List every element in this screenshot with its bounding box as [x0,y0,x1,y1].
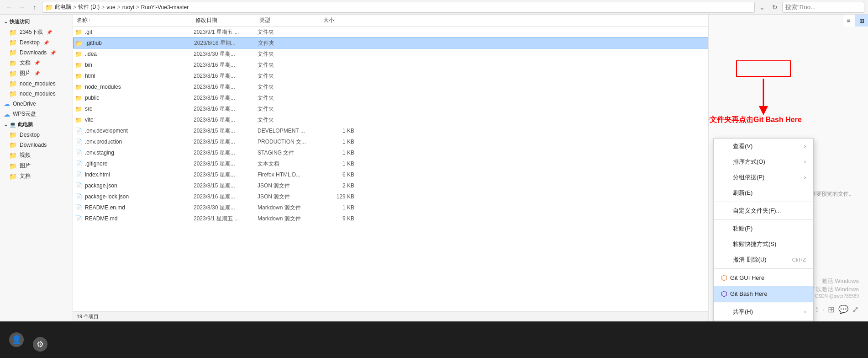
table-row[interactable]: 📄 .env.development 2023/8/15 星期... DEVEL… [73,125,708,136]
table-row[interactable]: 📄 README.en.md 2023/8/30 星期... Markdown … [73,202,708,213]
table-row[interactable]: 📁 vite 2023/8/16 星期... 文件夹 [73,114,708,125]
sidebar-item-node2[interactable]: 📁 node_modules [0,89,73,99]
list-view-button[interactable]: ≡ [842,15,855,27]
sidebar-item-2345[interactable]: 📁 2345下载 📌 [0,27,73,37]
context-menu-item[interactable]: 查看(V) › [714,139,813,154]
user-icon-button[interactable]: 👤 [9,332,24,347]
wps-icon: ☁ [4,111,10,118]
forward-button[interactable]: → [16,2,27,13]
file-date: 2023/8/16 星期... [194,83,258,91]
table-row[interactable]: 📁 .git 2023/9/1 星期五 ... 文件夹 [73,27,708,37]
breadcrumb-pc[interactable]: 此电脑 [55,3,71,11]
breadcrumb[interactable]: 📁 此电脑 > 软件 (D:) > vue > ruoyi > RuoYi-Vu… [42,2,755,13]
context-menu-item[interactable]: ⬡ Git GUI Here [714,270,813,286]
folder-icon: 📁 [9,173,17,180]
file-size: 1 KB [321,204,358,211]
folder-icon: 📁 [9,90,17,97]
folder-icon: 📁 [75,73,82,80]
context-menu-separator [714,268,813,269]
file-size: 9 KB [321,215,358,222]
table-row[interactable]: 📁 node_modules 2023/8/16 星期... 文件夹 [73,81,708,92]
table-row[interactable]: 📁 .github 2023/8/16 星期... 文件夹 [73,37,708,48]
file-date: 2023/8/15 星期... [194,171,258,179]
grid-icon: ⊞ [828,305,835,315]
col-header-date[interactable]: 修改日期 [194,16,258,24]
file-name: 📄 .env.staging [75,150,194,156]
sidebar-item-pc-documents[interactable]: 📁 文档 [0,171,73,182]
pin-icon: 📌 [43,40,49,45]
up-button[interactable]: ↑ [29,2,40,13]
context-menu-item[interactable]: ⬡ Git Bash Here [714,286,813,302]
table-row[interactable]: 📁 html 2023/8/16 星期... 文件夹 [73,70,708,81]
table-row[interactable]: 📄 package-lock.json 2023/8/16 星期... JSON… [73,191,708,202]
file-date: 2023/9/1 星期五 ... [194,28,258,36]
context-menu-item[interactable]: 粘贴(P) [714,221,813,236]
breadcrumb-drive[interactable]: 软件 (D:) [78,3,100,11]
file-name: 📄 package.json [75,182,194,189]
breadcrumb-folder-icon: 📁 [45,4,53,11]
file-name: 📄 .gitignore [75,160,194,167]
context-menu-item[interactable]: 粘贴快捷方式(S) [714,236,813,252]
sidebar-item-desktop[interactable]: 📁 Desktop 📌 [0,37,73,48]
context-menu-item[interactable]: 刷新(E) [714,185,813,201]
sidebar-item-documents[interactable]: 📁 文档 📌 [0,58,73,68]
col-header-size[interactable]: 大小 [321,16,358,24]
pin-icon: 📌 [50,50,56,55]
sidebar-this-pc[interactable]: ⌄ 💻 此电脑 [0,119,73,130]
table-row[interactable]: 📄 .env.production 2023/8/15 星期... PRODUC… [73,136,708,147]
table-row[interactable]: 📄 README.md 2023/9/1 星期五 ... Markdown 源文… [73,213,708,224]
file-name: 📄 README.md [75,215,194,222]
sidebar-item-pc-downloads[interactable]: 📁 Downloads [0,140,73,150]
table-row[interactable]: 📄 index.html 2023/8/15 星期... Firefox HTM… [73,169,708,180]
folder-icon: 📁 [75,84,82,91]
file-type: 文件夹 [258,50,321,58]
table-row[interactable]: 📁 .idea 2023/8/30 星期... 文件夹 [73,48,708,59]
sidebar-item-node1[interactable]: 📁 node_modules [0,79,73,89]
sidebar-item-onedrive[interactable]: ☁ OneDrive [0,99,73,109]
file-name: 📁 .git [75,29,194,36]
file-date: 2023/8/30 星期... [194,50,258,58]
context-menu-item[interactable]: 分组依据(P) › [714,170,813,185]
file-icon: 📄 [75,139,82,145]
html-file-icon: 📄 [75,171,82,178]
context-menu-item[interactable]: 自定义文件夹(F)... [714,203,813,219]
col-header-name[interactable]: 名称 ↑ [75,16,194,24]
file-date: 2023/8/15 星期... [194,160,258,168]
file-name: 📁 src [75,106,194,112]
sidebar-item-pc-desktop[interactable]: 📁 Desktop [0,130,73,140]
file-date: 2023/8/16 星期... [194,39,258,47]
breadcrumb-vue[interactable]: vue [106,4,115,11]
file-type: 文件夹 [258,28,321,36]
sidebar-item-pc-videos[interactable]: 📁 视频 [0,150,73,160]
sidebar-item-pc-pictures[interactable]: 📁 图片 [0,160,73,171]
sidebar-quick-access[interactable]: ⌄ 快速访问 [0,16,73,27]
breadcrumb-ruoyi[interactable]: ruoyi [122,4,134,11]
context-menu-item[interactable]: 排序方式(O) › [714,154,813,170]
breadcrumb-project[interactable]: RuoYi-Vue3-master [141,4,189,11]
detail-view-button[interactable]: ⊞ [855,15,868,27]
sidebar-item-wps[interactable]: ☁ WPS云盘 [0,109,73,119]
sidebar-item-pictures[interactable]: 📁 图片 📌 [0,68,73,79]
table-row[interactable]: 📄 .gitignore 2023/8/15 星期... 文本文档 1 KB [73,158,708,169]
table-row[interactable]: 📄 .env.staging 2023/8/15 星期... STAGING 文… [73,147,708,158]
sidebar-item-downloads[interactable]: 📁 Downloads 📌 [0,48,73,58]
file-name: 📁 node_modules [75,84,194,91]
table-row[interactable]: 📁 src 2023/8/16 星期... 文件夹 [73,103,708,114]
col-header-type[interactable]: 类型 [258,16,321,24]
file-size: 1 KB [321,150,358,156]
context-menu-item[interactable]: 共享(H) › [714,304,813,320]
search-input[interactable] [782,2,864,13]
table-row[interactable]: 📄 package.json 2023/8/15 星期... JSON 源文件 … [73,180,708,191]
folder-icon: 📁 [75,62,82,69]
file-type: STAGING 文件 [258,149,321,157]
table-row[interactable]: 📁 bin 2023/8/16 星期... 文件夹 [73,59,708,70]
table-row[interactable]: 📁 public 2023/8/16 星期... 文件夹 [73,92,708,103]
context-menu-item[interactable]: 撤消 删除(U) Ctrl+Z [714,252,813,267]
refresh-button[interactable]: ↻ [769,2,780,13]
file-icon: 📄 [75,150,82,156]
settings-icon-button[interactable]: ⚙ [33,337,47,352]
dropdown-button[interactable]: ⌄ [757,2,768,13]
file-list: 📁 .git 2023/9/1 星期五 ... 文件夹 📁 .github 20… [73,27,708,311]
context-menu-separator [714,202,813,202]
back-button[interactable]: ← [4,2,15,13]
